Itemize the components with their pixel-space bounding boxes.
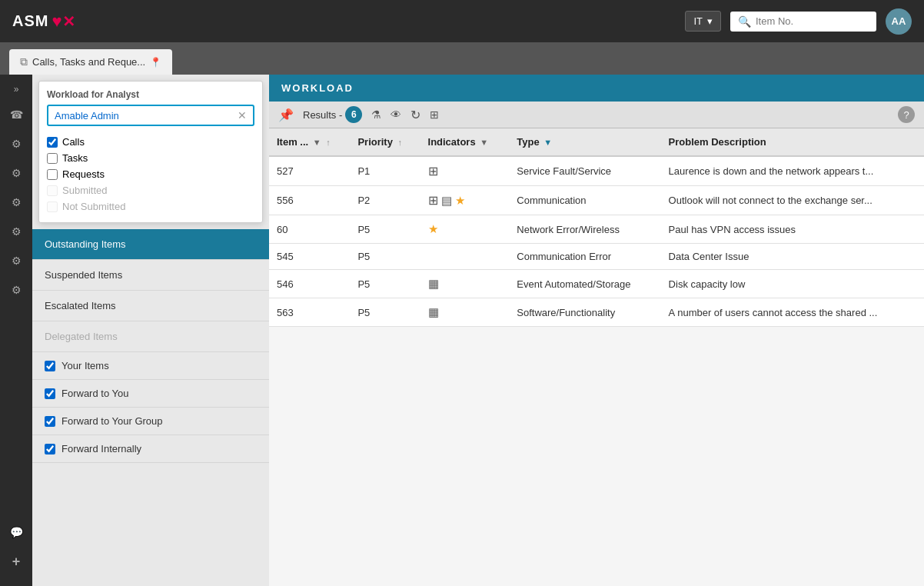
forward-to-group-label: Forward to Your Group	[61, 415, 163, 427]
chevron-down-icon: ▾	[707, 15, 713, 27]
filter-tool-icon[interactable]: ⚗	[371, 108, 381, 121]
not-submitted-checkbox[interactable]	[47, 201, 58, 212]
chat-icon-button[interactable]: 💬	[4, 520, 28, 544]
cell-item-num: 563	[269, 298, 350, 327]
tab-bar: ⧉ Calls, Tasks and Reque... 📍	[0, 42, 924, 75]
cell-type: Network Error/Wireless	[509, 215, 660, 244]
col-priority-label: Priority	[357, 136, 393, 148]
tasks-checkbox[interactable]	[47, 153, 58, 164]
forward-to-you-label: Forward to You	[61, 388, 128, 399]
cell-item-num: 60	[269, 215, 350, 244]
forward-internally-label: Forward Internally	[61, 443, 141, 454]
search-input[interactable]	[756, 15, 869, 27]
forward-to-group-checkbox[interactable]	[45, 416, 55, 427]
table-row[interactable]: 546P5▦Event Automated/StorageDisk capaci…	[269, 270, 924, 298]
col-item: Item ... ▼ ↑	[269, 128, 350, 156]
table-row[interactable]: 563P5▦Software/FunctionalityA number of …	[269, 298, 924, 327]
gear-icon-button-3[interactable]: ⚙	[4, 190, 28, 215]
priority-sort-icon[interactable]: ↑	[398, 138, 403, 147]
top-header: ASM ♥ ✕ IT ▾ 🔍 AA	[0, 0, 924, 42]
clear-icon[interactable]: ✕	[238, 109, 247, 122]
collapse-button[interactable]: »	[11, 81, 22, 98]
results-label: Results -	[303, 109, 342, 121]
grid-tool-icon[interactable]: ⊞	[430, 108, 439, 121]
gear-icon-button-2[interactable]: ⚙	[4, 161, 28, 185]
sidebar-item-delegated: Delegated Items	[32, 321, 269, 352]
cell-problem: Data Center Issue	[661, 244, 924, 270]
workload-title: WORKLOAD	[281, 82, 354, 94]
cell-priority: P1	[350, 156, 420, 186]
workload-header: WORKLOAD	[269, 75, 924, 102]
cell-type: Communication Error	[509, 244, 660, 270]
cell-item-num: 546	[269, 270, 350, 298]
star-icon: ★	[428, 222, 438, 236]
cell-indicators: ▦	[420, 270, 510, 298]
analyst-input[interactable]	[55, 110, 238, 122]
edit-icon: ▤	[441, 194, 452, 208]
gear-icon-button-1[interactable]: ⚙	[4, 132, 28, 156]
table-row[interactable]: 527P1⊞Service Fault/ServiceLaurence is d…	[269, 156, 924, 186]
tab-copy-icon: ⧉	[20, 55, 28, 68]
pin-tool-icon[interactable]: 📌	[278, 108, 294, 122]
logo-x-icon: ✕	[62, 12, 75, 31]
cell-problem: Disk capacity low	[661, 270, 924, 298]
new-icon: ⊞	[428, 164, 438, 178]
plus-icon-button[interactable]: +	[4, 549, 28, 574]
table-row[interactable]: 556P2⊞▤★CommunicationOutlook will not co…	[269, 186, 924, 215]
table-row[interactable]: 545P5Communication ErrorData Center Issu…	[269, 244, 924, 270]
col-item-label: Item ...	[277, 136, 308, 148]
cell-problem: A number of users cannot access the shar…	[661, 298, 924, 327]
eye-tool-icon[interactable]: 👁	[391, 108, 401, 121]
col-priority: Priority ↑	[350, 128, 420, 156]
cell-indicators: ★	[420, 215, 510, 244]
cell-type: Communication	[509, 186, 660, 215]
main-layout: » ☎ ⚙ ⚙ ⚙ ⚙ ⚙ ⚙ 💬 + Workload for Analyst…	[0, 75, 924, 586]
forward-to-you-checkbox[interactable]	[45, 388, 55, 399]
help-icon[interactable]: ?	[898, 106, 915, 123]
checkbox-submitted: Submitted	[47, 182, 254, 198]
checkbox-calls: Calls	[47, 134, 254, 150]
gear-icon-button-4[interactable]: ⚙	[4, 219, 28, 244]
submitted-checkbox[interactable]	[47, 185, 58, 196]
results-count: 6	[345, 106, 362, 123]
cell-priority: P5	[350, 244, 420, 270]
your-items-label: Your Items	[61, 360, 109, 371]
type-filter-icon[interactable]: ▼	[543, 138, 552, 147]
phone-icon-button[interactable]: ☎	[4, 102, 28, 127]
refresh-tool-icon[interactable]: ↻	[410, 108, 420, 122]
it-dropdown[interactable]: IT ▾	[685, 11, 721, 32]
search-icon: 🔍	[738, 15, 751, 28]
analyst-input-wrap: ✕	[47, 105, 254, 126]
requests-checkbox[interactable]	[47, 169, 58, 180]
nav-checkbox-forward-internally: Forward Internally	[32, 435, 269, 463]
cell-indicators: ⊞	[420, 156, 510, 186]
cell-type: Software/Functionality	[509, 298, 660, 327]
item-filter-icon[interactable]: ▼	[313, 138, 321, 147]
analyst-dropdown-panel: Workload for Analyst ✕ Calls Tasks Reque…	[38, 81, 263, 223]
sidebar-item-escalated[interactable]: Escalated Items	[32, 291, 269, 321]
search-box: 🔍	[730, 12, 876, 32]
table-row[interactable]: 60P5★Network Error/WirelessPaul has VPN …	[269, 215, 924, 244]
avatar[interactable]: AA	[886, 8, 912, 35]
gear-icon-button-5[interactable]: ⚙	[4, 248, 28, 273]
cell-priority: P5	[350, 215, 420, 244]
cell-item-num: 527	[269, 156, 350, 186]
sidebar-item-suspended[interactable]: Suspended Items	[32, 260, 269, 291]
sidebar-item-outstanding[interactable]: Outstanding Items	[32, 229, 269, 260]
logo-area: ASM ♥ ✕	[12, 12, 75, 32]
col-problem-label: Problem Description	[669, 136, 766, 148]
table-header-row: Item ... ▼ ↑ Priority ↑ Indicators ▼	[269, 128, 924, 156]
calls-checkbox[interactable]	[47, 137, 58, 148]
cell-priority: P5	[350, 270, 420, 298]
tab-label: Calls, Tasks and Reque...	[32, 56, 145, 68]
indicators-filter-icon[interactable]: ▼	[480, 138, 488, 147]
your-items-checkbox[interactable]	[45, 361, 55, 371]
gear-icon-button-6[interactable]: ⚙	[4, 278, 28, 302]
not-submitted-label: Not Submitted	[62, 201, 125, 212]
cell-type: Service Fault/Service	[509, 156, 660, 186]
cell-problem: Outlook will not connect to the exchange…	[661, 186, 924, 215]
main-tab[interactable]: ⧉ Calls, Tasks and Reque... 📍	[9, 49, 172, 75]
forward-internally-checkbox[interactable]	[45, 444, 55, 454]
item-sort-icon[interactable]: ↑	[326, 138, 331, 147]
col-problem: Problem Description	[661, 128, 924, 156]
